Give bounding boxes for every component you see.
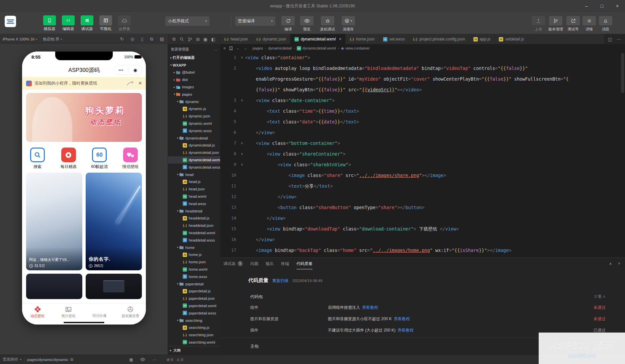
toolbar-button-编辑器[interactable]: 编辑器 [59, 15, 78, 31]
quick-entry-60帧超清[interactable]: 6060帧超清 [84, 145, 115, 173]
toolbar-button-云开发[interactable]: 云开发 [115, 15, 134, 31]
tree-item-paperdetail.json[interactable]: {..}paperdetail.json [168, 295, 220, 302]
close-mini-program-button[interactable]: ◉ [128, 68, 143, 73]
close-panel-icon[interactable]: × [618, 261, 620, 266]
simulator-tool-icon[interactable]: ▯ [141, 36, 143, 42]
minimize-button[interactable]: – [579, 0, 594, 12]
tree-item-searchimg[interactable]: ▾searchimg [168, 317, 220, 324]
view-tutorial-link[interactable]: 查看教程 [397, 328, 414, 333]
mode-select[interactable]: 小程序模式▾ [165, 16, 209, 26]
breadcrumb-item[interactable]: dynamicdetail [268, 46, 291, 50]
mini-tab-朋友圈背景[interactable]: 朋友圈背景 [115, 303, 146, 325]
tree-item-images[interactable]: ▸images [168, 83, 220, 91]
code-line[interactable]: 14 </view> [220, 213, 625, 223]
code-line[interactable]: 8∨ <view class="shareContainer"> [220, 149, 625, 159]
code-line[interactable]: 4 <text class="time">{{time}}</text> [220, 106, 625, 116]
breadcrumb-item[interactable]: pages [253, 46, 263, 50]
editor-scrollbar[interactable] [621, 53, 624, 93]
scene-icon[interactable]: ▦ [129, 357, 133, 362]
tree-item-paperdetail.wxml[interactable]: <>paperdetail.wxml [168, 302, 220, 309]
tree-item-searchimg.wxml[interactable]: <>searchimg.wxml [168, 339, 220, 346]
tree-item-paperdetail.js[interactable]: JSpaperdetail.js [168, 288, 220, 295]
tree-item-WXAPP[interactable]: ▾WXAPP [168, 62, 220, 69]
quick-entry-情侣壁纸[interactable]: 情侣壁纸 [115, 145, 146, 173]
tree-item-dist[interactable]: ▸dist [168, 76, 220, 83]
quick-entry-每日精选[interactable]: 每日精选 [53, 145, 84, 173]
editor-tab-project.private.config.json[interactable]: {..}project.private.config.json [409, 34, 469, 44]
tree-item-head.wxml[interactable]: <>head.wxml [168, 193, 220, 200]
tree-item-dynamic.wxml[interactable]: <>dynamic.wxml [168, 120, 220, 127]
code-line[interactable]: 16 </view> [220, 234, 625, 245]
code-line[interactable]: 11 <text>分享</text> [220, 181, 625, 191]
forward-icon[interactable]: → [243, 46, 247, 50]
more-menu-button[interactable]: ••• [114, 68, 128, 72]
tree-item-head.wxss[interactable]: 3head.wxss [168, 200, 220, 207]
code-editor[interactable]: 1∨<view class="container">2 <video autop… [220, 52, 625, 258]
code-line[interactable]: enableProgressGesture="{{false}}" id="my… [220, 74, 625, 84]
tree-item-headdetail.json[interactable]: {..}headdetail.json [168, 222, 220, 229]
user-avatar[interactable] [5, 16, 16, 27]
editor-tab-home.json[interactable]: {..}home.json [346, 34, 379, 44]
split-editor-icon[interactable]: ◫ [608, 37, 612, 42]
code-line[interactable]: 17 <image bindtap="backTap" class="home"… [220, 245, 625, 256]
toolbar-button-清缓存[interactable]: ▾清缓存 [339, 16, 357, 32]
tree-item-head.js[interactable]: JShead.js [168, 178, 220, 186]
chevron-up-icon[interactable]: ∧ [602, 294, 606, 298]
tree-item-dynamicdetail.wxss[interactable]: 3dynamicdetail.wxss [168, 164, 220, 171]
code-line[interactable]: 7∨ <view class="bottom-container"> [220, 138, 625, 149]
editor-tab-set.wxss[interactable]: 3set.wxss [379, 34, 409, 44]
hot-reload-toggle[interactable]: 热启动 开▾ [40, 34, 65, 44]
tree-item-dynamic.wxss[interactable]: 3dynamic.wxss [168, 127, 220, 134]
window-icon[interactable]: ▣ [203, 37, 207, 42]
code-line[interactable]: 5 <text class="date">{{date}}</text> [220, 116, 625, 127]
tree-item-dynamicdetail.wxml[interactable]: <>dynamicdetail.wxml [168, 156, 220, 164]
simulator-tool-icon[interactable]: ↻ [120, 36, 124, 42]
editor-tab-dynamic.json[interactable]: {..}dynamic.json [252, 34, 290, 44]
code-line[interactable]: 9∨ <view class="sharebtnView"> [220, 159, 625, 170]
toolbar-button-消息[interactable]: 消息 [598, 16, 613, 32]
toolbar-button-编译[interactable]: 编译 [280, 16, 296, 32]
grid-icon[interactable]: ⊞ [196, 37, 200, 42]
outline-section[interactable]: ▸ 大纲 [168, 346, 220, 355]
tree-item-searchimg.json[interactable]: {..}searchimg.json [168, 331, 220, 339]
toolbar-button-可视化[interactable]: 可视化 [96, 15, 115, 31]
fold-chevron-icon[interactable]: ∨ [239, 149, 245, 159]
close-button[interactable]: × [610, 0, 625, 12]
toolbar-button-预览[interactable]: 预览 [299, 16, 315, 32]
copy-path-icon[interactable]: ⧉ [70, 357, 73, 362]
tree-item-head[interactable]: ▾head [168, 171, 220, 178]
code-line[interactable]: 3∨ <view class="date-container"> [220, 95, 625, 106]
outline-list-icon[interactable]: ≡ [224, 46, 226, 50]
theme-icon[interactable]: ◧ [211, 37, 215, 42]
page-path-dropdown[interactable]: 页面路径 ▾ [0, 357, 24, 362]
tree-item-headdetail.wxss[interactable]: 3headdetail.wxss [168, 237, 220, 244]
eye-icon[interactable] [140, 358, 145, 361]
wallpaper-card[interactable]: 你的名字.265万 [86, 173, 142, 270]
collapse-panel-icon[interactable]: ∧ [609, 261, 612, 266]
view-tutorial-link[interactable]: 查看教程 [394, 316, 410, 322]
tree-item-dynamicdetail.js[interactable]: JSdynamicdetail.js [168, 142, 220, 149]
panel-tab-问题[interactable]: 问题 [250, 258, 258, 269]
view-tutorial-link[interactable]: 查看教程 [362, 305, 378, 310]
code-line[interactable]: 2 <video autoplay loop bindloadedmetadat… [220, 63, 625, 74]
tree-item-home.wxml[interactable]: <>home.wxml [168, 266, 220, 273]
code-line[interactable]: {false}}" showPlayBtn="{{false}}" src="{… [220, 84, 625, 95]
mini-tab-情侣头像[interactable]: 情侣头像 [84, 303, 115, 325]
toolbar-button-真机调试[interactable]: 真机调试 [319, 16, 337, 32]
toolbar-button-上传[interactable]: 上传 [531, 16, 546, 32]
panel-tab-调试器[interactable]: 调试器5 [224, 258, 243, 269]
tree-item-dynamic.json[interactable]: {..}dynamic.json [168, 112, 220, 120]
tree-item-dynamicdetail.json[interactable]: {..}dynamicdetail.json [168, 149, 220, 156]
fold-chevron-icon[interactable]: ∨ [239, 159, 245, 170]
banner-card[interactable]: 狗头萝莉 动态壁纸 [26, 93, 142, 142]
fold-chevron-icon[interactable]: ∨ [239, 138, 245, 149]
tree-item-打开的编辑器[interactable]: ▸打开的编辑器 [168, 54, 220, 62]
editor-tab-dynamicdetail.wxml[interactable]: <>dynamicdetail.wxml× [290, 34, 346, 44]
tree-item-@babel[interactable]: ▸@babel [168, 69, 220, 76]
close-tab-icon[interactable]: × [339, 37, 341, 41]
tree-item-headdetail[interactable]: ▾headdetail [168, 207, 220, 215]
wallpaper-card[interactable]: 阿这，猫猫太可爱了!(9...31.5万 [26, 173, 82, 270]
tree-item-home.wxss[interactable]: 3home.wxss [168, 273, 220, 280]
tree-item-dynamic.js[interactable]: JSdynamic.js [168, 105, 220, 113]
code-line[interactable]: 6 </view> [220, 127, 625, 138]
